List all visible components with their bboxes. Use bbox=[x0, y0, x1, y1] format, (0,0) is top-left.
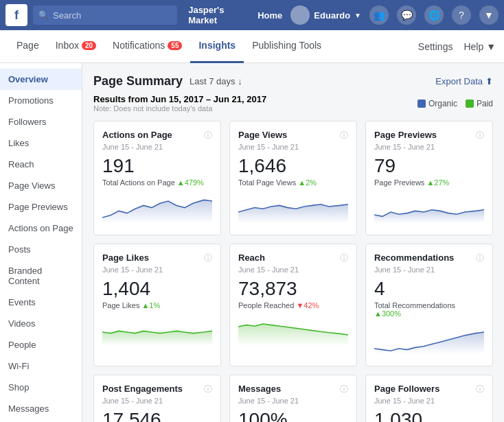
friends-icon[interactable]: 👥 bbox=[369, 5, 389, 25]
card-value: 4 bbox=[374, 278, 484, 300]
sidebar-item-page-previews[interactable]: Page Previews bbox=[0, 196, 82, 218]
card-sub: Total Page Views ▲2% bbox=[238, 178, 348, 187]
chart-svg bbox=[238, 192, 348, 226]
card-date: June 15 - June 21 bbox=[238, 266, 348, 274]
sub-navigation: Page Inbox 20 Notifications 55 Insights … bbox=[0, 30, 504, 63]
change-value: ▼42% bbox=[296, 301, 319, 309]
sidebar-item-shop[interactable]: Shop bbox=[0, 377, 82, 398]
card-page-followers: Page Followers ⓘ June 15 - June 21 1,030… bbox=[365, 375, 493, 422]
home-nav-link[interactable]: Home bbox=[257, 10, 282, 21]
help-link[interactable]: Help ▼ bbox=[463, 41, 496, 52]
card-header: Recommendations ⓘ bbox=[374, 253, 484, 264]
info-icon[interactable]: ⓘ bbox=[476, 253, 484, 264]
card-title: Reach bbox=[238, 253, 265, 263]
info-icon[interactable]: ⓘ bbox=[340, 130, 348, 141]
card-messages: Messages ⓘ June 15 - June 21 100% Respon… bbox=[229, 375, 357, 422]
card-date: June 15 - June 21 bbox=[374, 397, 484, 405]
search-bar: 🔍 bbox=[33, 5, 177, 25]
tab-inbox[interactable]: Inbox 20 bbox=[47, 30, 104, 63]
user-menu[interactable]: Eduardo ▼ bbox=[290, 5, 361, 25]
change-value: ▲2% bbox=[298, 178, 317, 187]
date-range-text: Results from Jun 15, 2017 – Jun 21, 2017… bbox=[93, 94, 266, 113]
sidebar-item-posts[interactable]: Posts bbox=[0, 239, 82, 260]
card-title: Page Followers bbox=[374, 384, 439, 394]
settings-link[interactable]: Settings bbox=[418, 41, 453, 52]
tab-inbox-label: Inbox bbox=[56, 40, 79, 51]
date-filter-button[interactable]: Last 7 days ↓ bbox=[190, 76, 242, 86]
info-icon[interactable]: ⓘ bbox=[476, 130, 484, 141]
mini-chart bbox=[374, 323, 484, 357]
sidebar-item-reach[interactable]: Reach bbox=[0, 154, 82, 175]
chart-svg bbox=[374, 323, 484, 357]
tab-page-label: Page bbox=[16, 40, 39, 51]
card-title: Recommendations bbox=[374, 253, 454, 263]
sidebar-item-events[interactable]: Events bbox=[0, 292, 82, 313]
messenger-icon[interactable]: 💬 bbox=[397, 5, 416, 25]
sidebar-item-videos[interactable]: Videos bbox=[0, 313, 82, 334]
tab-insights-label: Insights bbox=[198, 40, 236, 51]
globe-icon[interactable]: 🌐 bbox=[424, 5, 444, 25]
info-icon[interactable]: ⓘ bbox=[204, 384, 212, 395]
chart-svg bbox=[102, 315, 212, 349]
more-icon[interactable]: ▼ bbox=[479, 5, 499, 25]
page-summary-header: Page Summary Last 7 days ↓ Export Data ⬆ bbox=[93, 74, 493, 89]
export-data-button[interactable]: Export Data ⬆ bbox=[435, 76, 493, 86]
page-summary-title: Page Summary bbox=[93, 74, 183, 89]
sidebar-item-promotions[interactable]: Promotions bbox=[0, 90, 82, 111]
card-title: Post Engagements bbox=[102, 384, 183, 394]
sidebar-item-overview[interactable]: Overview bbox=[0, 69, 82, 90]
help-icon[interactable]: ? bbox=[452, 5, 471, 25]
sidebar-item-followers[interactable]: Followers bbox=[0, 111, 82, 132]
sidebar-item-page-views[interactable]: Page Views bbox=[0, 175, 82, 196]
info-icon[interactable]: ⓘ bbox=[340, 384, 348, 395]
card-date: June 15 - June 21 bbox=[238, 143, 348, 151]
card-title: Page Likes bbox=[102, 253, 149, 263]
mini-chart bbox=[102, 315, 212, 349]
main-layout: Overview Promotions Followers Likes Reac… bbox=[0, 63, 504, 422]
top-nav-right: Page Summary Home Eduardo ▼ 👥 💬 🌐 ? ▼ bbox=[257, 5, 499, 25]
sidebar: Overview Promotions Followers Likes Reac… bbox=[0, 63, 82, 422]
card-page-likes: Page Likes ⓘ June 15 - June 21 1,404 Pag… bbox=[93, 244, 221, 366]
card-date: June 15 - June 21 bbox=[102, 266, 212, 274]
card-sub: People Reached ▼42% bbox=[238, 301, 348, 309]
card-title: Actions on Page bbox=[102, 130, 172, 140]
card-date: June 15 - June 21 bbox=[102, 397, 212, 405]
sidebar-item-wifi[interactable]: Wi-Fi bbox=[0, 355, 82, 377]
card-header: Actions on Page ⓘ bbox=[102, 130, 212, 141]
card-value: 79 bbox=[374, 155, 484, 177]
info-icon[interactable]: ⓘ bbox=[476, 384, 484, 395]
change-value: ▲479% bbox=[177, 178, 204, 187]
notifications-badge: 55 bbox=[168, 41, 182, 50]
info-icon[interactable]: ⓘ bbox=[204, 130, 212, 141]
card-page-previews: Page Previews ⓘ June 15 - June 21 79 Pag… bbox=[365, 121, 493, 235]
sidebar-item-people[interactable]: People bbox=[0, 334, 82, 355]
change-value: ▲1% bbox=[141, 301, 160, 309]
tab-notifications[interactable]: Notifications 55 bbox=[104, 30, 190, 63]
card-value: 100% bbox=[238, 409, 348, 422]
date-range-note: Note: Does not include today's data bbox=[93, 104, 266, 113]
tab-insights[interactable]: Insights bbox=[190, 30, 244, 63]
chart-svg bbox=[238, 315, 348, 349]
tab-page[interactable]: Page bbox=[8, 30, 47, 63]
card-page-views: Page Views ⓘ June 15 - June 21 1,646 Tot… bbox=[229, 121, 357, 235]
sidebar-item-branded-content[interactable]: Branded Content bbox=[0, 260, 82, 292]
card-header: Page Likes ⓘ bbox=[102, 253, 212, 264]
chart-svg bbox=[374, 192, 484, 226]
content-area: Page Summary Last 7 days ↓ Export Data ⬆… bbox=[82, 63, 504, 422]
card-title: Page Previews bbox=[374, 130, 437, 140]
summary-title-group: Page Summary Last 7 days ↓ bbox=[93, 74, 242, 89]
top-navigation: f 🔍 Jasper's Market Page Summary Home Ed… bbox=[0, 0, 504, 30]
search-icon: 🔍 bbox=[38, 10, 49, 20]
sidebar-item-actions-on-page[interactable]: Actions on Page bbox=[0, 218, 82, 239]
info-icon[interactable]: ⓘ bbox=[204, 253, 212, 264]
mini-chart bbox=[374, 192, 484, 226]
card-header: Page Followers ⓘ bbox=[374, 384, 484, 395]
tab-publishing-tools[interactable]: Publishing Tools bbox=[244, 30, 330, 63]
sidebar-item-messages[interactable]: Messages bbox=[0, 398, 82, 419]
card-sub: Total Actions on Page ▲479% bbox=[102, 178, 212, 187]
search-input[interactable] bbox=[53, 10, 163, 21]
card-date: June 15 - June 21 bbox=[102, 143, 212, 151]
info-icon[interactable]: ⓘ bbox=[340, 253, 348, 264]
user-name: Eduardo bbox=[314, 10, 350, 21]
sidebar-item-likes[interactable]: Likes bbox=[0, 132, 82, 154]
